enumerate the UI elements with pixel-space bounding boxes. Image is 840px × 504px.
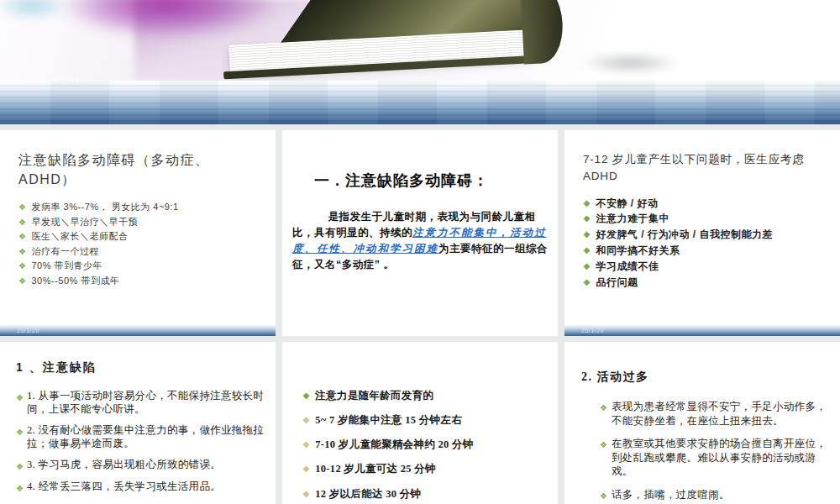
slide-paragraph: 是指发生于儿童时期，表现为与同龄儿童相比，具有明显的、持续的注意力不能集中，活动…: [292, 209, 548, 273]
bullet-text: 10-12 岁儿童可达 25 分钟: [315, 463, 436, 475]
book-photo: [0, 0, 840, 81]
bullet-text: 1. 从事一项活动时容易分心，不能保持注意较长时间，上课不能专心听讲。: [27, 390, 264, 415]
book-shadow: [580, 52, 680, 74]
slide-grid: 注意缺陷多动障碍（多动症、 ADHD） ❖发病率 3%--7%， 男女比为 4~…: [0, 130, 840, 504]
bullet-item: ❖话多，插嘴，过度喧闹。: [600, 488, 833, 502]
slide-date: 25/1/20: [17, 328, 39, 333]
bullet-item: ❖治疗有一个过程: [18, 244, 267, 260]
bullet-text: 5~ 7 岁能集中注意 15 分钟左右: [315, 414, 462, 426]
diamond-bullet-icon: ❖: [302, 490, 310, 499]
slide-title: 1 、注意缺陷: [16, 360, 262, 375]
bullet-item: ❖发病率 3%--7%， 男女比为 4~9:1: [18, 200, 267, 215]
diamond-bullet-icon: ❖: [583, 230, 591, 239]
bullet-item: ❖70% 带到青少年: [18, 259, 267, 274]
bullet-item: ❖3. 学习马虎，容易出现粗心所致的错误。: [16, 459, 269, 472]
diamond-bullet-icon: ❖: [583, 199, 591, 208]
bullet-text: 早发现＼早治疗＼早干预: [31, 217, 138, 227]
slide-title: 注意缺陷多动障碍（多动症、 ADHD）: [18, 150, 259, 189]
bullet-list: ❖注意力是随年龄而发育的 ❖5~ 7 岁能集中注意 15 分钟左右 ❖7-10 …: [302, 390, 551, 501]
bullet-list: ❖不安静 / 好动 ❖注意力难于集中 ❖好发脾气 / 行为冲动 / 自我控制能力…: [583, 197, 833, 289]
diamond-bullet-icon: ❖: [16, 482, 24, 496]
bullet-list: ❖1. 从事一项活动时容易分心，不能保持注意较长时间，上课不能专心听讲。 ❖2.…: [16, 390, 269, 493]
bullet-text: 治疗有一个过程: [31, 246, 99, 256]
bullet-text: 和同学搞不好关系: [596, 244, 680, 256]
diamond-bullet-icon: ❖: [583, 262, 591, 271]
slide-thumb-4[interactable]: 1 、注意缺陷 ❖1. 从事一项活动时容易分心，不能保持注意较长时间，上课不能专…: [0, 342, 276, 504]
diamond-bullet-icon: ❖: [18, 218, 26, 227]
diamond-bullet-icon: ❖: [302, 465, 310, 474]
bullet-item: ❖好发脾气 / 行为冲动 / 自我控制能力差: [583, 228, 833, 240]
bullet-text: 30%--50% 带到成年: [31, 276, 119, 286]
diamond-bullet-icon: ❖: [302, 440, 310, 449]
slide-title: 2. 活动过多: [581, 370, 832, 385]
bullet-item: ❖和同学搞不好关系: [583, 244, 833, 256]
bullet-item: ❖品行问题: [583, 276, 833, 288]
bullet-text: 注意力是随年龄而发育的: [315, 390, 433, 402]
bullet-item: ❖1. 从事一项活动时容易分心，不能保持注意较长时间，上课不能专心听讲。: [16, 390, 269, 416]
bullet-item: ❖4. 经常丢三落四，丢失学习或生活用品。: [16, 480, 269, 494]
bullet-list: ❖发病率 3%--7%， 男女比为 4~9:1 ❖早发现＼早治疗＼早干预 ❖医生…: [18, 200, 267, 288]
bullet-text: 3. 学习马虎，容易出现粗心所致的错误。: [27, 459, 221, 470]
diamond-bullet-icon: ❖: [302, 391, 310, 401]
bullet-item: ❖不安静 / 好动: [583, 197, 833, 209]
bullet-item: ❖注意力是随年龄而发育的: [302, 390, 551, 403]
diamond-bullet-icon: ❖: [600, 402, 607, 416]
bullet-item: ❖2. 没有耐心做需要集中注意力的事，做作业拖拖拉拉；做事易半途而废。: [16, 424, 269, 450]
slide-thumb-5[interactable]: ❖注意力是随年龄而发育的 ❖5~ 7 岁能集中注意 15 分钟左右 ❖7-10 …: [282, 342, 558, 504]
diamond-bullet-icon: ❖: [18, 232, 26, 241]
bullet-item: ❖5~ 7 岁能集中注意 15 分钟左右: [302, 414, 551, 428]
bullet-item: ❖10-12 岁儿童可达 25 分钟: [302, 463, 551, 476]
slide-date: 25/1/20: [581, 328, 604, 333]
slide-date: 25/1/20: [49, 76, 80, 84]
top-slide-preview[interactable]: 25/1/20: [0, 0, 840, 124]
slide-thumb-6[interactable]: 2. 活动过多 ❖表现为患者经常显得不安宁，手足小动作多，不能安静坐着，在座位上…: [564, 342, 840, 504]
bullet-item: ❖12 岁以后能达 30 分钟: [302, 488, 551, 501]
bullet-text: 4. 经常丢三落四，丢失学习或生活用品。: [27, 480, 221, 492]
diamond-bullet-icon: ❖: [18, 261, 26, 270]
bullet-text: 好发脾气 / 行为冲动 / 自我控制能力差: [596, 228, 773, 240]
diamond-bullet-icon: ❖: [600, 438, 607, 453]
slide-thumb-1[interactable]: 注意缺陷多动障碍（多动症、 ADHD） ❖发病率 3%--7%， 男女比为 4~…: [0, 130, 276, 336]
bullet-item: ❖早发现＼早治疗＼早干预: [18, 215, 267, 230]
slide-thumb-2[interactable]: 一 . 注意缺陷多动障碍： 是指发生于儿童时期，表现为与同龄儿童相比，具有明显的…: [282, 130, 558, 336]
slide-footer-band: 25/1/20: [0, 325, 276, 336]
bullet-text: 发病率 3%--7%， 男女比为 4~9:1: [31, 202, 178, 212]
bullet-text: 注意力难于集中: [596, 213, 669, 224]
bullet-text: 2. 没有耐心做需要集中注意力的事，做作业拖拖拉拉；做事易半途而废。: [27, 424, 264, 449]
diamond-bullet-icon: ❖: [583, 278, 591, 287]
bullet-text: 表现为患者经常显得不安宁，手足小动作多，不能安静坐着，在座位上扭来扭去。: [612, 401, 827, 427]
slide-title: 一 . 注意缺陷多动障碍：: [314, 171, 549, 191]
bullet-item: ❖注意力难于集中: [583, 213, 833, 224]
diamond-bullet-icon: ❖: [16, 460, 24, 474]
diamond-bullet-icon: ❖: [16, 426, 24, 439]
diamond-bullet-icon: ❖: [18, 276, 26, 286]
bullet-text: 70% 带到青少年: [31, 260, 102, 270]
diamond-bullet-icon: ❖: [16, 391, 24, 405]
diamond-bullet-icon: ❖: [18, 247, 26, 256]
water-band-graphic: [0, 81, 840, 124]
bullet-item: ❖学习成绩不佳: [583, 260, 833, 272]
book-illustration: [207, 0, 598, 81]
bullet-item: ❖30%--50% 带到成年: [18, 274, 267, 289]
diamond-bullet-icon: ❖: [583, 246, 591, 255]
bullet-item: ❖表现为患者经常显得不安宁，手足小动作多，不能安静坐着，在座位上扭来扭去。: [600, 400, 833, 428]
bullet-text: 不安静 / 好动: [596, 197, 658, 209]
book-spine: [520, 0, 564, 65]
bullet-text: 7-10 岁儿童能聚精会神约 20 分钟: [315, 438, 473, 450]
bullet-text: 12 岁以后能达 30 分钟: [315, 488, 421, 500]
bullet-text: 品行问题: [596, 276, 638, 288]
bullet-item: ❖医生＼家长＼老师配合: [18, 229, 267, 244]
bullet-item: ❖在教室或其他要求安静的场合擅自离开座位，到处乱跑或攀爬。难以从事安静的活动或游…: [600, 437, 833, 479]
bullet-list: ❖表现为患者经常显得不安宁，手足小动作多，不能安静坐着，在座位上扭来扭去。 ❖在…: [600, 400, 833, 501]
diamond-bullet-icon: ❖: [302, 416, 310, 425]
slide-title: 7-12 岁儿童产生以下问题时，医生应考虑 ADHD: [583, 151, 825, 186]
bullet-text: 学习成绩不佳: [596, 260, 659, 272]
slide-thumb-3[interactable]: 7-12 岁儿童产生以下问题时，医生应考虑 ADHD ❖不安静 / 好动 ❖注意…: [564, 130, 840, 336]
diamond-bullet-icon: ❖: [583, 214, 591, 223]
bullet-text: 话多，插嘴，过度喧闹。: [612, 489, 730, 501]
bullet-item: ❖7-10 岁儿童能聚精会神约 20 分钟: [302, 438, 551, 452]
slide-footer-band: 25/1/20: [564, 325, 840, 336]
bullet-text: 医生＼家长＼老师配合: [31, 231, 128, 241]
bullet-text: 在教室或其他要求安静的场合擅自离开座位，到处乱跑或攀爬。难以从事安静的活动或游戏…: [612, 438, 827, 477]
diamond-bullet-icon: ❖: [600, 490, 607, 504]
